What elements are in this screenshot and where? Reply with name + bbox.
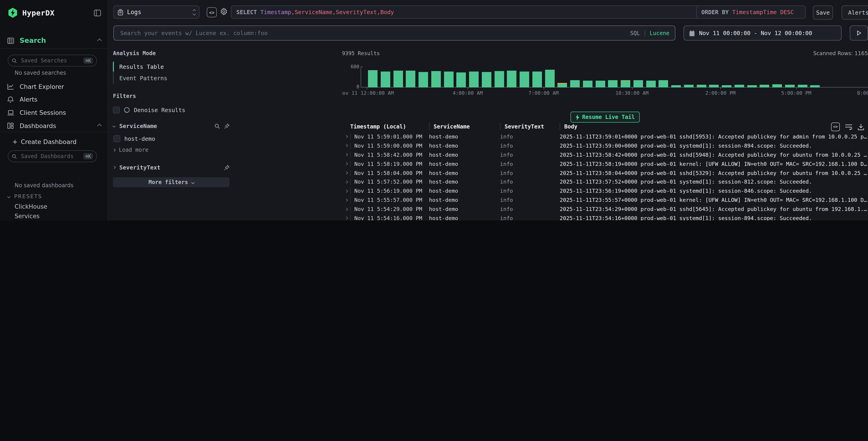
checkbox-icon[interactable]	[113, 107, 120, 113]
sidebar-item-chart-explorer[interactable]: Chart Explorer	[7, 82, 101, 92]
column-header-servicename[interactable]: ServiceName	[429, 123, 500, 130]
row-expand-chevron-icon[interactable]	[342, 208, 350, 210]
saved-searches-input[interactable]: ⌘K	[8, 55, 97, 66]
row-expand-chevron-icon[interactable]	[342, 217, 350, 219]
chart-bar[interactable]	[545, 70, 554, 87]
create-dashboard-button[interactable]: + Create Dashboard	[12, 137, 101, 147]
more-filters-button[interactable]: More filters	[113, 177, 229, 187]
saved-dashboards-field[interactable]	[20, 153, 84, 160]
chart-bar[interactable]	[684, 85, 693, 87]
pin-icon[interactable]	[224, 123, 229, 129]
chart-bar[interactable]	[494, 71, 504, 87]
column-header-timestamp[interactable]: Timestamp (Local)	[350, 123, 429, 130]
search-icon[interactable]	[215, 123, 220, 129]
saved-dashboards-input[interactable]: ⌘K	[8, 150, 97, 162]
table-row[interactable]: Nov 11 5:59:01.000 PMhost-demoinfo2025-1…	[342, 132, 868, 141]
row-expand-chevron-icon[interactable]	[342, 190, 350, 192]
select-columns-input[interactable]: SELECT Timestamp,ServiceName,SeverityTex…	[231, 5, 755, 19]
table-row[interactable]: Nov 11 5:59:00.000 PMhost-demoinfo2025-1…	[342, 141, 868, 150]
table-row[interactable]: Nov 11 5:55:57.000 PMhost-demoinfo2025-1…	[342, 196, 868, 205]
download-button[interactable]	[858, 123, 864, 130]
sidebar-item-search[interactable]: Search	[20, 36, 46, 45]
table-row[interactable]: Nov 11 5:56:19.000 PMhost-demoinfo2025-1…	[342, 186, 868, 196]
chart-bar[interactable]	[621, 80, 630, 87]
chart-bar[interactable]	[368, 70, 377, 87]
chart-bar[interactable]	[646, 81, 656, 87]
row-expand-chevron-icon[interactable]	[342, 199, 350, 201]
language-lucene-option[interactable]: Lucene	[650, 30, 670, 36]
chart-bar[interactable]	[406, 70, 415, 87]
row-expand-chevron-icon[interactable]	[342, 153, 350, 156]
view-source-button[interactable]: <>	[831, 122, 840, 131]
chart-bar[interactable]	[570, 80, 580, 87]
denoise-results-checkbox[interactable]: Denoise Results	[113, 107, 229, 113]
language-sql-option[interactable]: SQL	[630, 30, 640, 36]
chart-bar[interactable]	[595, 81, 605, 87]
chart-bar[interactable]	[671, 85, 681, 87]
chevron-up-icon[interactable]	[97, 38, 102, 43]
chart-bar[interactable]	[444, 71, 453, 87]
chart-bar[interactable]	[469, 71, 478, 87]
table-row[interactable]: Nov 11 5:58:04.000 PMhost-demoinfo2025-1…	[342, 168, 868, 177]
table-row[interactable]: Nov 11 5:58:42.000 PMhost-demoinfo2025-1…	[342, 150, 868, 159]
row-expand-chevron-icon[interactable]	[342, 181, 350, 183]
checkbox-icon[interactable]	[114, 135, 120, 142]
saved-searches-field[interactable]	[20, 57, 84, 64]
chart-bar[interactable]	[735, 85, 744, 87]
chart-bar[interactable]	[583, 81, 592, 87]
chevron-up-icon[interactable]	[97, 123, 102, 128]
wrap-lines-button[interactable]	[845, 123, 852, 130]
pin-icon[interactable]	[224, 165, 229, 170]
column-header-severitytext[interactable]: SeverityText	[500, 123, 560, 130]
chart-bar[interactable]	[418, 72, 428, 87]
load-more-button[interactable]: Load more	[113, 147, 229, 153]
filter-group-servicename[interactable]: ServiceName	[113, 122, 229, 129]
source-settings-button[interactable]	[220, 8, 228, 16]
row-expand-chevron-icon[interactable]	[342, 163, 350, 165]
mode-event-patterns[interactable]: Event Patterns	[114, 72, 229, 84]
mode-results-table[interactable]: Results Table	[114, 61, 229, 72]
chart-bar[interactable]	[798, 85, 807, 87]
chart-bar[interactable]	[696, 85, 706, 87]
sql-editor-toggle-button[interactable]: <>	[207, 7, 217, 17]
chart-bar[interactable]	[532, 71, 542, 87]
chart-bar[interactable]	[507, 70, 517, 87]
sidebar-item-alerts[interactable]: Alerts	[7, 94, 101, 104]
row-expand-chevron-icon[interactable]	[342, 145, 350, 147]
filter-group-severitytext[interactable]: SeverityText	[113, 164, 229, 171]
table-row[interactable]: Nov 11 5:58:19.000 PMhost-demoinfo2025-1…	[342, 159, 868, 168]
save-button[interactable]: Save	[813, 5, 833, 20]
preset-clickhouse[interactable]: ClickHouse	[14, 203, 47, 210]
row-expand-chevron-icon[interactable]	[342, 172, 350, 174]
sidebar-item-client-sessions[interactable]: Client Sessions	[7, 108, 101, 118]
chart-bar[interactable]	[633, 80, 643, 87]
chart-bar[interactable]	[457, 72, 466, 87]
chart-bar[interactable]	[747, 85, 757, 87]
column-header-body[interactable]: Body	[560, 123, 868, 130]
chart-bar[interactable]	[785, 85, 795, 87]
date-range-picker[interactable]: Nov 11 00:00:00 - Nov 12 00:00:00	[684, 26, 842, 40]
source-select[interactable]: Logs	[114, 5, 199, 19]
presets-toggle[interactable]: PRESETS	[8, 193, 42, 200]
row-expand-chevron-icon[interactable]	[342, 136, 350, 138]
chart-bar[interactable]	[608, 80, 618, 87]
sidebar-item-dashboards[interactable]: Dashboards	[7, 121, 101, 131]
order-by-input[interactable]: ORDER BY TimestampTime DESC	[696, 5, 806, 19]
chart-bar[interactable]	[722, 85, 732, 87]
resume-live-tail-button[interactable]: Resume Live Tail	[570, 112, 640, 122]
filter-value-host-demo[interactable]: host-demo	[114, 135, 229, 142]
chart-bar[interactable]	[482, 72, 491, 87]
table-row[interactable]: Nov 11 5:54:29.000 PMhost-demoinfo2025-1…	[342, 205, 868, 214]
chart-bar[interactable]	[810, 85, 820, 87]
chart-bar[interactable]	[760, 85, 769, 87]
table-row[interactable]: Nov 11 5:54:16.000 PMhost-demoinfo2025-1…	[342, 214, 868, 220]
preset-services[interactable]: Services	[14, 213, 40, 219]
table-row[interactable]: Nov 11 5:57:52.000 PMhost-demoinfo2025-1…	[342, 177, 868, 186]
run-query-button[interactable]	[850, 26, 868, 40]
chart-bar[interactable]	[772, 84, 782, 87]
alerts-button[interactable]: Alerts	[842, 5, 868, 20]
sidebar-collapse-button[interactable]	[94, 9, 101, 16]
chart-bar[interactable]	[393, 71, 403, 87]
search-input[interactable]	[119, 29, 625, 37]
chart-bar[interactable]	[659, 80, 668, 87]
